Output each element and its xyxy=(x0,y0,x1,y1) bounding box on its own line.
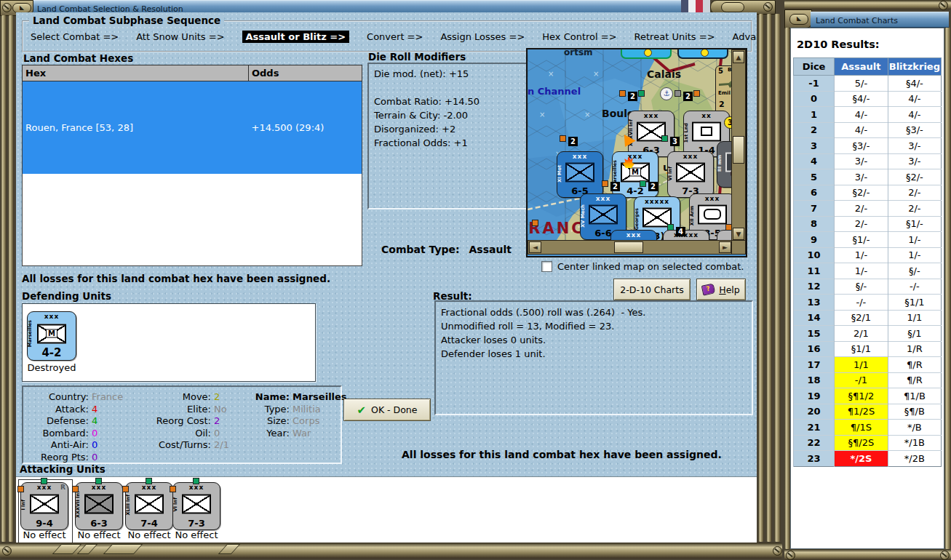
dice-cell: 1 xyxy=(794,107,835,123)
attacking-unit-counter[interactable]: xxxI Inf9-4R xyxy=(20,482,68,530)
map-scroll-left-button[interactable]: ◄ xyxy=(529,241,541,253)
attacking-unit-status: No effect xyxy=(122,529,176,540)
attacking-unit-counter[interactable]: xxxXLIII Inf7-4 xyxy=(125,482,173,530)
map-counter[interactable]: xxx xyxy=(610,230,657,240)
info-value: 2/1 xyxy=(211,439,229,452)
sea-stack-marker[interactable] xyxy=(677,49,728,59)
hex-row[interactable]: Rouen, France [53, 28]+14.500 (29:4) xyxy=(23,81,362,174)
attacking-unit-status: No effect xyxy=(17,529,71,540)
info-label: Size: xyxy=(255,415,290,428)
counter-unit-name: XLIII Inf xyxy=(126,487,131,522)
map-counter[interactable]: xxxXI Mot6-5 xyxy=(557,151,603,198)
charts-button-label: 2-D-10 Charts xyxy=(620,284,683,295)
map-scroll-up-button[interactable]: ▲ xyxy=(733,51,744,63)
map-label: n Channel xyxy=(528,86,581,97)
subphase-steps: Select Combat =>Att Snow Units =>Assault… xyxy=(31,31,747,43)
assault-cell: §2/1 xyxy=(835,310,888,326)
chart-row: 13-/-§1/1 xyxy=(794,295,942,311)
losses-note-top: All losses for this land combat hex have… xyxy=(22,273,330,284)
sea-hex-mark: × xyxy=(584,111,590,119)
collapse-triangle-icon: ◣ xyxy=(797,15,801,22)
charts-window-gadget[interactable]: ◣ xyxy=(784,9,812,28)
info-label: Reorg Pts: xyxy=(28,452,89,464)
counter-unit-name: VI Inf xyxy=(173,487,178,522)
map-counter[interactable]: xxxxx xyxy=(663,230,709,240)
subphase-step-8[interactable]: Advance Units xyxy=(733,31,757,42)
ok-done-button[interactable]: ✔ OK - Done xyxy=(343,399,431,421)
dice-cell: 16 xyxy=(794,341,835,357)
frame-left-outer xyxy=(1,15,7,542)
yellow-badge: 3 xyxy=(724,116,731,129)
charts-button[interactable]: 2-D-10 Charts xyxy=(613,279,691,300)
hex-control-badge: 2 xyxy=(648,182,658,191)
defending-unit-counter[interactable]: xxxMarseillesM4-2 xyxy=(27,311,76,361)
landing-symbol xyxy=(701,127,712,136)
blitz-cell: 3/- xyxy=(888,138,941,154)
assault-cell: -/1 xyxy=(835,372,888,388)
subphase-step-1[interactable]: Select Combat => xyxy=(31,31,119,42)
counter-unit-name: I Inf xyxy=(21,487,26,522)
subphase-step-2[interactable]: Att Snow Units => xyxy=(136,31,224,42)
chart-row: 16§1/11/R xyxy=(794,341,942,357)
chart-row: 152/1§/1 xyxy=(794,326,942,342)
info-value: War xyxy=(290,428,311,440)
rw-collapse-button[interactable]: ◣ xyxy=(789,14,808,25)
unit-symbol xyxy=(135,494,164,513)
attacking-unit-counter[interactable]: xxxXXXVII Inf6-3 xyxy=(75,482,123,530)
result-line: Unmodified roll = 13, Modified = 23. xyxy=(436,319,752,333)
combat-map[interactable]: ⚓ 5 Bf 10 E-4 Emil 2 ortsmCalaisn Channe… xyxy=(526,48,747,257)
assault-cell: 3/- xyxy=(835,153,888,169)
map-scroll-down-button[interactable]: ▼ xyxy=(733,228,744,240)
charts-titlebar[interactable]: Land Combat Charts xyxy=(811,12,949,28)
rw-frame-left xyxy=(784,28,790,549)
assault-cell: 1/1 xyxy=(835,357,888,373)
map-hscrollbar[interactable]: ◄ ► xyxy=(528,240,733,255)
titlebar-flag-stripes xyxy=(681,0,710,12)
info-value: 0 xyxy=(89,452,98,464)
chart-row: 6§2/-2/- xyxy=(794,185,942,201)
map-counter[interactable]: xx xyxy=(717,230,731,240)
counter-unit-name: III mm xyxy=(717,146,723,181)
counter-size: xxx xyxy=(668,153,713,160)
map-counter[interactable]: xxxXXXVII Inf6-3 xyxy=(628,111,675,157)
map-vscrollbar[interactable]: ▲ ▼ xyxy=(731,49,746,241)
frame-right-1 xyxy=(758,14,764,542)
dice-cell: 21 xyxy=(794,420,835,436)
reorg-badge: R xyxy=(60,484,65,491)
info-label: Country: xyxy=(28,391,89,404)
hexes-col-odds: Odds xyxy=(249,65,362,81)
subphase-step-5[interactable]: Assign Losses => xyxy=(440,31,525,42)
info-value: 0 xyxy=(89,439,98,452)
subphase-step-6[interactable]: Hex Control => xyxy=(542,31,616,42)
subphase-step-4[interactable]: Convert => xyxy=(367,31,423,42)
hex-status-dot xyxy=(532,220,538,226)
help-button[interactable]: ? Help xyxy=(696,279,746,300)
blitz-cell: 4/- xyxy=(888,91,941,107)
info-row: Bombard:0 xyxy=(28,428,123,440)
subphase-step-7[interactable]: Retreat Units => xyxy=(634,31,715,42)
sea-stack-marker[interactable] xyxy=(621,49,672,59)
assault-cell: §/- xyxy=(835,279,888,295)
map-counter[interactable]: xxxVI Inf7-3 xyxy=(667,151,714,198)
info-label: Move: xyxy=(141,391,211,404)
blitz-cell: 1/- xyxy=(888,247,941,263)
modifier-line xyxy=(369,81,526,95)
unit-symbol xyxy=(692,121,721,141)
map-scroll-right-button[interactable]: ► xyxy=(719,241,731,253)
map-vscroll-thumb[interactable] xyxy=(733,136,744,164)
dice-cell: 19 xyxy=(794,388,835,404)
hex-control-badge: 2 xyxy=(628,92,637,101)
frame-bottom xyxy=(0,543,782,559)
subphase-step-3[interactable]: Assault or Blitz => xyxy=(242,31,350,43)
map-counter[interactable]: xxIII mm▲ xyxy=(717,141,731,188)
map-label: Calais xyxy=(647,68,681,80)
chart-row: 101/-1/- xyxy=(794,247,942,263)
blitz-cell: §4/- xyxy=(888,76,941,92)
attacking-unit-counter[interactable]: xxxVI Inf7-3 xyxy=(172,482,220,530)
blitz-cell: ¶1/B xyxy=(888,388,941,404)
collapse-button[interactable]: ◣ xyxy=(12,3,31,13)
rw-frame-right xyxy=(944,28,951,549)
dice-cell: 11 xyxy=(794,263,835,279)
map-hscroll-thumb[interactable] xyxy=(614,241,643,253)
center-map-checkbox[interactable] xyxy=(541,261,552,272)
